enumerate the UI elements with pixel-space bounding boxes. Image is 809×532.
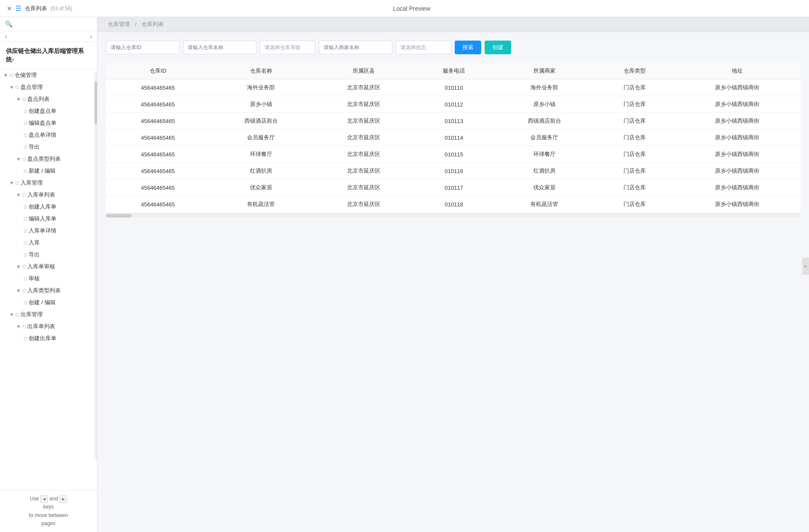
filter-id-input[interactable] [106,41,179,54]
create-button[interactable]: 创建 [485,41,511,54]
table-cell: 原乡小镇西镇商街 [674,179,801,196]
arrow-icon: ▼ [3,73,8,78]
sidebar-item-ru-ku-dan-shen-he[interactable]: ▼ □ 入库单审核 [0,261,97,273]
filter-level-select[interactable]: 请选择仓库等级 [260,41,315,54]
table-row[interactable]: 45646465465会员服务厅北京市延庆区010114会员服务厅门店仓库原乡小… [106,129,800,146]
table-cell: 北京市延庆区 [312,79,415,96]
sidebar-item-xin-jian-bian-ji-pan-dian[interactable]: □ 新建 / 编辑 [0,165,97,177]
collapse-sidebar-button[interactable]: « [802,258,809,275]
sidebar-item-bian-ji-pan-dian-dan[interactable]: □ 编辑盘点单 [0,117,97,129]
col-header-district: 所属区县 [312,63,415,79]
sidebar-item-ru-ku[interactable]: □ 入库 [0,237,97,249]
sidebar-item-ru-ku-dan-xiang-qing[interactable]: □ 入库单详情 [0,225,97,237]
col-header-id: 仓库ID [106,63,210,79]
sidebar-item-bian-ji-ru-ku-dan[interactable]: □ 编辑入库单 [0,213,97,225]
table-row[interactable]: 45646465465优众家居北京市延庆区010117优众家居门店仓库原乡小镇西… [106,179,800,196]
table-cell: 010110 [415,79,493,96]
sidebar-label: 创建盘点单 [29,107,56,115]
table-cell: 有机蔬活管 [493,196,596,213]
filter-merchant-input[interactable] [319,41,392,54]
sidebar-item-pan-dian-lei-xing-lie-biao[interactable]: ▼ □ 盘点类型列表 [0,153,97,165]
right-key: ▶ [59,495,67,503]
search-input[interactable] [15,21,92,27]
next-page-button[interactable]: › [90,33,92,40]
sidebar-item-pan-dian-guan-li[interactable]: ▼ □ 盘点管理 [0,81,97,93]
sidebar-item-chuang-jian-pan-dian-dan[interactable]: □ 创建盘点单 [0,105,97,117]
arrow-icon: ▼ [16,156,21,162]
sidebar-item-chuang-jian-bian-ji-ru-ku[interactable]: □ 创建 / 编辑 [0,297,97,309]
sidebar-scroll: ▼ □ 仓储管理 ▼ □ 盘点管理 ▼ □ 盘点列表 □ 创建盘点单 □ [0,69,97,490]
sidebar-item-ru-ku-lei-xing-lie-biao[interactable]: ▼ □ 入库类型列表 [0,285,97,297]
table-cell: 010115 [415,146,493,163]
table-cell: 优众家居 [493,179,596,196]
table-row[interactable]: 45646465465环球餐厅北京市延庆区010115环球餐厅门店仓库原乡小镇西… [106,146,800,163]
filter-status-select[interactable]: 请选择状态 [396,41,451,54]
sidebar-item-chu-ku-guan-li[interactable]: ▼ □ 出库管理 [0,309,97,320]
sidebar-label: 入库 [29,239,40,247]
folder-icon: □ [23,323,26,329]
table-cell: 有机蔬活管 [210,196,312,213]
sidebar-item-ru-ku-guan-li[interactable]: ▼ □ 入库管理 [0,177,97,189]
table-cell: 环球餐厅 [493,146,596,163]
table-cell: 45646465465 [106,146,210,163]
window-title: Local Preview [393,5,430,12]
sidebar-item-chuang-jian-ru-ku-dan[interactable]: □ 创建入库单 [0,201,97,213]
folder-icon: □ [16,312,19,317]
table-cell: 门店仓库 [595,179,674,196]
sidebar-item-ru-ku-dan-lie-biao[interactable]: ▼ □ 入库单列表 [0,189,97,201]
col-header-name: 仓库名称 [210,63,312,79]
table-cell: 北京市延庆区 [312,96,415,113]
sidebar-scrollbar[interactable] [94,73,97,459]
table-cell: 北京市延庆区 [312,146,415,163]
sidebar: 🔍 ‹ › 供应链仓储出入库后端管理系统- ▼ □ 仓储管理 ▼ □ 盘点管理 [0,17,97,532]
table-cell: 环球餐厅 [210,146,312,163]
col-header-type: 仓库类型 [595,63,674,79]
doc-icon: □ [24,216,27,222]
sidebar-search-area: 🔍 [0,17,97,31]
close-button[interactable]: ✕ [7,5,12,12]
sidebar-label: 出库单列表 [27,323,55,330]
footer-move-text: to move between [29,512,68,518]
breadcrumb: 仓库管理 / 仓库列表 [97,17,809,32]
table-cell: 北京市延庆区 [312,113,415,129]
table-cell: 原乡小镇西镇商街 [674,113,801,129]
table-cell: 010117 [415,179,493,196]
prev-page-button[interactable]: ‹ [5,33,7,40]
table-cell: 门店仓库 [595,196,674,213]
table-row[interactable]: 45646465465海外业务部北京市延庆区010110海外业务部门店仓库原乡小… [106,79,800,96]
sidebar-item-dao-chu-ru-ku[interactable]: □ 导出 [0,249,97,261]
table-row[interactable]: 45646465465原乡小镇北京市延庆区010112原乡小镇门店仓库原乡小镇西… [106,96,800,113]
filter-name-input[interactable] [183,41,256,54]
sidebar-item-pan-dian-lie-biao[interactable]: ▼ □ 盘点列表 [0,93,97,105]
horizontal-scrollbar[interactable] [106,214,800,217]
sidebar-label: 出库管理 [21,311,43,318]
arrow-icon: ▼ [16,97,21,102]
table-row[interactable]: 45646465465西镇酒店前台北京市延庆区010113西镇酒店前台门店仓库原… [106,113,800,129]
table-cell: 门店仓库 [595,163,674,179]
doc-icon: □ [24,300,27,306]
table-cell: 原乡小镇西镇商街 [674,96,801,113]
sidebar-label: 入库单审核 [27,263,55,270]
sidebar-item-cang-chu-guan-li[interactable]: ▼ □ 仓储管理 [0,69,97,81]
left-key: ◀ [40,495,48,503]
sidebar-item-chuang-jian-chu-ku-dan[interactable]: □ 创建出库单 [0,332,97,344]
sidebar-label: 导出 [29,143,40,151]
horizontal-scrollbar-thumb [106,214,132,218]
table-row[interactable]: 45646465465红酒扒房北京市延庆区010116红酒扒房门店仓库原乡小镇西… [106,163,800,179]
sidebar-item-shen-he[interactable]: □ 审核 [0,273,97,285]
search-button[interactable]: 搜索 [455,41,481,54]
sidebar-item-dao-chu-pan-dian[interactable]: □ 导出 [0,141,97,153]
hamburger-icon[interactable]: ☰ [15,4,21,12]
table-cell: 010118 [415,196,493,213]
table-cell: 门店仓库 [595,79,674,96]
table-row[interactable]: 45646465465有机蔬活管北京市延庆区010118有机蔬活管门店仓库原乡小… [106,196,800,213]
table-cell: 010116 [415,163,493,179]
sidebar-scrollbar-thumb [94,81,97,124]
table-cell: 45646465465 [106,179,210,196]
table-cell: 红酒扒房 [493,163,596,179]
footer-use-text: Use [30,496,39,502]
sidebar-item-pan-dian-dan-xiang-qing[interactable]: □ 盘点单详情 [0,129,97,141]
footer-keys-text: keys [43,504,54,510]
table-cell: 45646465465 [106,163,210,179]
sidebar-item-chu-ku-dan-lie-biao[interactable]: ▼ □ 出库单列表 [0,320,97,332]
